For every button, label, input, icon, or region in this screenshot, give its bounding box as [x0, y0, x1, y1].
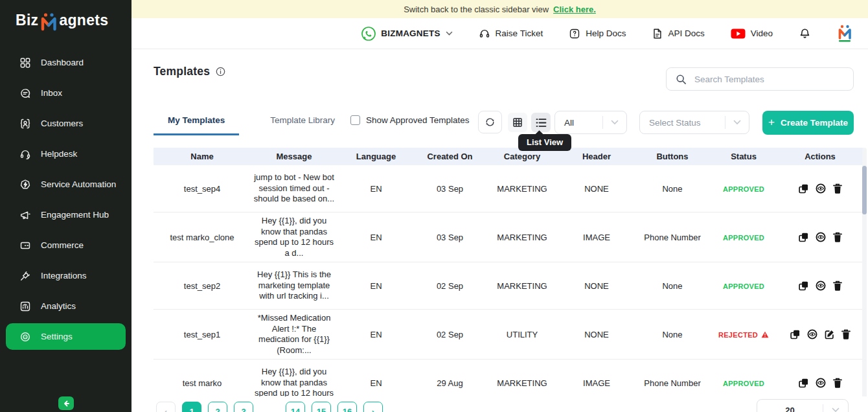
- pagination-prev-button[interactable]: ‹: [156, 402, 176, 412]
- sidebar-collapse-button[interactable]: [58, 396, 74, 410]
- banner-click-here-link[interactable]: Click here.: [553, 5, 596, 14]
- view-icon[interactable]: [816, 232, 826, 242]
- pagination: ‹123...141516›: [156, 402, 383, 412]
- pagination-ellipsis[interactable]: ...: [260, 402, 279, 412]
- delete-icon[interactable]: [833, 378, 842, 388]
- sidebar-item-commerce[interactable]: Commerce: [0, 230, 131, 260]
- cell-buttons: Phone Number: [634, 233, 711, 242]
- notifications-button[interactable]: [799, 27, 811, 40]
- refresh-button[interactable]: [478, 111, 502, 133]
- cell-message: *Missed Medication Alert !:* The medicat…: [251, 313, 337, 356]
- table-row[interactable]: test_sep4 jump to bot - New bot session …: [154, 165, 863, 212]
- status-filter-select[interactable]: Select Status: [639, 111, 749, 134]
- delete-icon[interactable]: [833, 232, 842, 242]
- page-button[interactable]: 1: [182, 402, 201, 412]
- search-templates-input[interactable]: [694, 74, 853, 84]
- classic-view-banner: Switch back to the classic sidebar view …: [131, 0, 868, 18]
- copy-icon[interactable]: [790, 330, 800, 339]
- sidebar-item-integrations[interactable]: Integrations: [0, 260, 131, 291]
- tab-my-templates[interactable]: My Templates: [154, 111, 239, 135]
- table-footer: ‹123...141516› 20: [131, 396, 868, 412]
- copy-icon[interactable]: [799, 233, 808, 242]
- table-scrollbar[interactable]: [862, 148, 867, 412]
- table-row[interactable]: test_sep1 *Missed Medication Alert !:* T…: [154, 310, 863, 360]
- view-icon[interactable]: [816, 378, 826, 388]
- sidebar-item-analytics[interactable]: Analytics: [0, 291, 131, 321]
- sidebar-item-engagement-hub[interactable]: Engagement Hub: [0, 200, 131, 230]
- page-button[interactable]: 3: [234, 402, 253, 412]
- delete-icon[interactable]: [833, 183, 842, 194]
- show-approved-checkbox[interactable]: [350, 115, 360, 125]
- table-row[interactable]: test_sep2 Hey {{1}} This is the marketin…: [154, 262, 863, 310]
- help-icon: [569, 28, 580, 40]
- cell-language: EN: [337, 233, 415, 242]
- status-badge: REJECTED: [718, 331, 769, 339]
- cell-actions: [777, 232, 863, 242]
- raise-ticket-button[interactable]: Raise Ticket: [479, 28, 543, 40]
- info-icon[interactable]: [216, 67, 225, 76]
- service-automation-icon: [19, 179, 31, 190]
- sidebar-item-label: Dashboard: [41, 58, 84, 67]
- sidebar-item-label: Commerce: [41, 240, 84, 250]
- sidebar-item-service-automation[interactable]: Service Automation: [0, 169, 131, 200]
- table-row[interactable]: test marko Hey {{1}}, did you know that …: [154, 360, 863, 396]
- sidebar-item-label: Customers: [41, 119, 83, 128]
- tab-template-library[interactable]: Template Library: [256, 111, 349, 135]
- cell-name: test_sep2: [154, 281, 251, 291]
- grid-view-button[interactable]: [508, 113, 527, 132]
- list-view-button[interactable]: [531, 113, 551, 132]
- sidebar-item-helpdesk[interactable]: Helpdesk: [0, 139, 131, 169]
- account-logo[interactable]: [837, 24, 852, 43]
- column-header: Category: [485, 152, 559, 161]
- copy-icon[interactable]: [799, 281, 808, 291]
- cell-actions: [777, 183, 863, 194]
- copy-icon[interactable]: [799, 184, 808, 194]
- cell-category: UTILITY: [485, 330, 559, 339]
- status-filter-placeholder: Select Status: [640, 118, 725, 128]
- youtube-icon: [731, 29, 746, 39]
- cell-name: test marko: [154, 378, 251, 388]
- show-approved-filter[interactable]: Show Approved Templates: [350, 115, 470, 125]
- inbox-icon: [19, 87, 31, 99]
- sidebar-item-settings[interactable]: Settings: [6, 323, 126, 350]
- cell-created-on: 29 Aug: [415, 378, 485, 388]
- table-header-row: NameMessageLanguageCreated OnCategoryHea…: [154, 148, 863, 165]
- cell-name: test marko_clone: [154, 233, 251, 242]
- edit-icon[interactable]: [825, 330, 834, 339]
- create-template-button[interactable]: + Create Template: [762, 111, 854, 135]
- cell-message: Hey {{1}}, did you know that pandas spen…: [251, 367, 337, 396]
- view-icon[interactable]: [807, 329, 817, 339]
- category-filter-select[interactable]: All: [554, 111, 627, 134]
- sidebar-item-dashboard[interactable]: Dashboard: [0, 47, 131, 78]
- sidebar-item-inbox[interactable]: Inbox: [0, 78, 131, 108]
- sidebar-item-customers[interactable]: Customers: [0, 108, 131, 139]
- workspace-selector[interactable]: BIZMAGNETS: [361, 27, 452, 41]
- page-button[interactable]: 15: [312, 402, 331, 412]
- video-button[interactable]: Video: [731, 29, 773, 39]
- list-view-tooltip: List View: [518, 134, 571, 151]
- page-button[interactable]: 2: [208, 402, 227, 412]
- api-docs-button[interactable]: API Docs: [652, 28, 704, 40]
- column-header: Buttons: [634, 152, 711, 161]
- copy-icon[interactable]: [799, 378, 808, 388]
- view-icon[interactable]: [816, 183, 826, 194]
- view-icon[interactable]: [816, 280, 826, 291]
- page-button[interactable]: 16: [337, 402, 357, 412]
- help-docs-button[interactable]: Help Docs: [569, 28, 626, 40]
- page-size-select[interactable]: 20: [757, 399, 849, 412]
- delete-icon[interactable]: [833, 280, 842, 291]
- table-row[interactable]: test marko_clone Hey {{1}}, did you know…: [154, 212, 863, 262]
- sidebar: Biz agnets Dashboard Inbox Customers: [0, 0, 131, 412]
- page-button[interactable]: 14: [286, 402, 305, 412]
- cell-header: IMAGE: [559, 233, 634, 242]
- cell-message: Hey {{1}}, did you know that pandas spen…: [251, 216, 337, 258]
- plus-icon: +: [768, 116, 775, 129]
- delete-icon[interactable]: [841, 329, 851, 339]
- pagination-next-button[interactable]: ›: [363, 402, 383, 412]
- column-header: Language: [337, 152, 415, 161]
- table-scrollbar-thumb[interactable]: [862, 166, 867, 214]
- arrow-left-icon: [62, 400, 70, 407]
- cell-language: EN: [337, 281, 415, 291]
- sidebar-item-label: Helpdesk: [41, 149, 77, 159]
- headset-icon: [479, 28, 490, 40]
